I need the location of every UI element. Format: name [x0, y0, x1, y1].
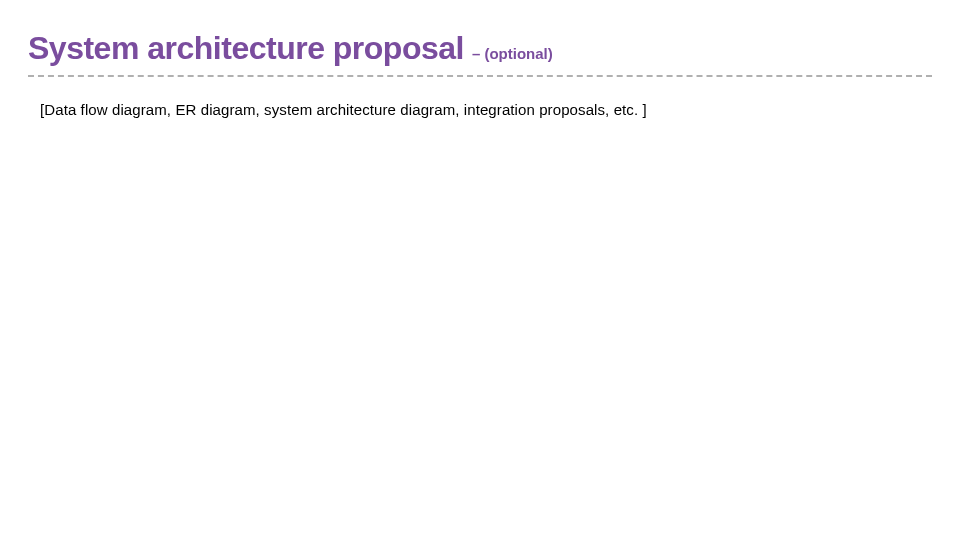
body-placeholder: [Data flow diagram, ER diagram, system a…: [28, 101, 932, 118]
page-title: System architecture proposal: [28, 30, 464, 67]
page-subtitle: – (optional): [472, 45, 553, 62]
heading-row: System architecture proposal – (optional…: [28, 30, 932, 73]
heading-divider: [28, 75, 932, 77]
